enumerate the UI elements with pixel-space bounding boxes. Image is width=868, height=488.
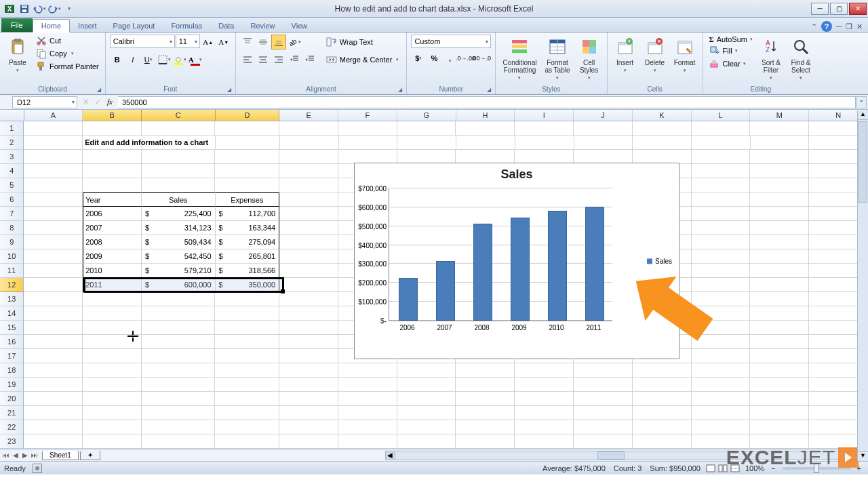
sort-filter-button[interactable]: AZSort & Filter▾: [757, 35, 785, 82]
cell-I2[interactable]: [515, 136, 574, 150]
cell-M8[interactable]: [750, 221, 809, 235]
cell-H19[interactable]: [456, 378, 515, 392]
cell-E10[interactable]: [279, 249, 338, 264]
cell-L17[interactable]: [692, 349, 751, 363]
cell-J3[interactable]: [574, 150, 633, 164]
zoom-slider[interactable]: [783, 467, 850, 470]
cell-A19[interactable]: [24, 378, 83, 392]
font-size-combo[interactable]: 11: [176, 35, 200, 48]
insert-cells-button[interactable]: +Insert▾: [612, 35, 639, 75]
number-launcher-icon[interactable]: ◢: [487, 87, 491, 93]
cell-A8[interactable]: [24, 221, 83, 235]
row-header-6[interactable]: 6: [0, 192, 24, 207]
tab-view[interactable]: View: [283, 20, 316, 32]
merge-center-button[interactable]: Merge & Center▾: [323, 52, 403, 67]
cell-D3[interactable]: [215, 150, 279, 164]
clear-button[interactable]: Clear▾: [707, 58, 755, 70]
cell-C2[interactable]: [142, 136, 216, 150]
cell-L7[interactable]: [692, 207, 751, 221]
tab-review[interactable]: Review: [242, 20, 283, 32]
cell-M20[interactable]: [750, 392, 809, 406]
macro-record-icon[interactable]: [33, 464, 42, 473]
copy-button[interactable]: Copy▾: [34, 47, 101, 60]
decrease-decimal-icon[interactable]: .00→.0: [473, 51, 488, 66]
cell-E1[interactable]: [279, 121, 338, 136]
cell-H1[interactable]: [456, 121, 515, 136]
cell-B17[interactable]: [83, 349, 142, 363]
cell-D15[interactable]: [215, 321, 279, 335]
enter-formula-icon[interactable]: ✓: [92, 98, 104, 106]
cell-C8[interactable]: $314,123: [142, 221, 215, 235]
cell-A22[interactable]: [24, 420, 83, 434]
formula-input[interactable]: 350000: [118, 96, 856, 108]
row-header-20[interactable]: 20: [0, 392, 24, 406]
cell-H2[interactable]: [456, 136, 515, 150]
cell-C5[interactable]: [142, 178, 215, 192]
view-normal-icon[interactable]: [705, 463, 717, 474]
cell-B16[interactable]: [83, 335, 142, 349]
delete-cells-button[interactable]: ×Delete▾: [642, 35, 669, 75]
cell-M14[interactable]: [750, 306, 809, 321]
cell-E20[interactable]: [279, 392, 338, 406]
cell-D16[interactable]: [215, 335, 279, 349]
cell-D20[interactable]: [215, 392, 279, 406]
cell-G19[interactable]: [397, 378, 456, 392]
horizontal-scrollbar[interactable]: ◀▶: [385, 451, 868, 460]
cell-G18[interactable]: [397, 363, 456, 378]
fill-button[interactable]: Fill▾: [707, 45, 755, 57]
save-icon[interactable]: [18, 2, 31, 16]
cell-E12[interactable]: [279, 278, 338, 292]
row-header-19[interactable]: 19: [0, 378, 24, 392]
cell-H23[interactable]: [456, 434, 515, 449]
cut-button[interactable]: Cut: [34, 35, 101, 47]
cell-L1[interactable]: [692, 121, 751, 136]
cell-E13[interactable]: [279, 292, 338, 306]
cell-M6[interactable]: [750, 192, 809, 207]
qat-customize-icon[interactable]: ▾: [62, 2, 76, 16]
row-header-2[interactable]: 2: [0, 136, 24, 150]
cell-E3[interactable]: [279, 150, 338, 164]
view-page-break-icon[interactable]: [729, 463, 741, 474]
clipboard-launcher-icon[interactable]: ◢: [97, 87, 101, 93]
column-header-H[interactable]: H: [456, 110, 515, 121]
cell-A6[interactable]: [24, 192, 83, 207]
increase-font-icon[interactable]: A▲: [201, 35, 216, 49]
cell-C17[interactable]: [142, 349, 215, 363]
fx-icon[interactable]: fx: [104, 98, 115, 106]
align-top-icon[interactable]: [240, 35, 255, 49]
cell-I20[interactable]: [515, 392, 574, 406]
cell-A21[interactable]: [24, 406, 83, 420]
cell-A17[interactable]: [24, 349, 83, 363]
cell-D4[interactable]: [215, 164, 279, 178]
column-header-A[interactable]: A: [24, 110, 83, 121]
align-right-icon[interactable]: [271, 52, 286, 67]
cell-B23[interactable]: [83, 434, 142, 449]
cell-J1[interactable]: [574, 121, 633, 136]
cell-M23[interactable]: [750, 434, 809, 449]
cell-M21[interactable]: [750, 406, 809, 420]
cell-J2[interactable]: [574, 136, 633, 150]
cell-M5[interactable]: [750, 178, 809, 192]
cell-C19[interactable]: [142, 378, 215, 392]
cell-E8[interactable]: [279, 221, 338, 235]
cell-C4[interactable]: [142, 164, 215, 178]
cell-D22[interactable]: [215, 420, 279, 434]
cell-C23[interactable]: [142, 434, 215, 449]
cell-H18[interactable]: [456, 363, 515, 378]
cell-J22[interactable]: [574, 420, 633, 434]
cell-M9[interactable]: [750, 235, 809, 249]
cell-E21[interactable]: [279, 406, 338, 420]
cell-K22[interactable]: [633, 420, 692, 434]
cell-B21[interactable]: [83, 406, 142, 420]
excel-app-icon[interactable]: X: [3, 2, 16, 16]
cell-L4[interactable]: [692, 164, 751, 178]
row-header-9[interactable]: 9: [0, 235, 24, 249]
row-header-21[interactable]: 21: [0, 406, 24, 420]
cell-B4[interactable]: [83, 164, 142, 178]
cell-M3[interactable]: [750, 150, 809, 164]
cell-L10[interactable]: [692, 249, 751, 264]
cell-A20[interactable]: [24, 392, 83, 406]
accounting-format-icon[interactable]: $▾: [411, 51, 426, 66]
cell-D7[interactable]: $112,700: [216, 207, 280, 221]
last-sheet-icon[interactable]: ⏭: [30, 451, 39, 459]
